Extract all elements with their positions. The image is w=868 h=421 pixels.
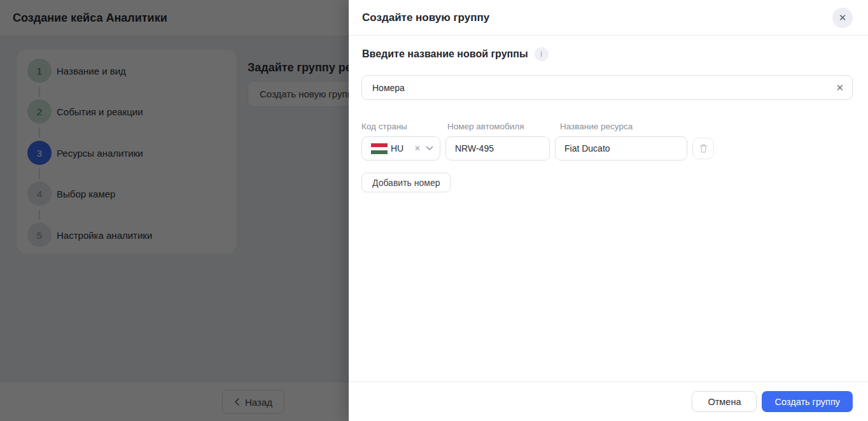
group-name-input[interactable] [361, 75, 853, 100]
create-group-modal: Создайте новую группу ✕ Введите название… [349, 0, 868, 421]
info-icon[interactable]: i [535, 47, 549, 61]
plate-number-input[interactable] [445, 136, 550, 161]
delete-row-button[interactable] [692, 138, 714, 159]
resource-name-input[interactable] [555, 136, 687, 161]
hungary-flag-icon [371, 143, 388, 154]
close-icon[interactable]: ✕ [832, 8, 853, 28]
group-name-label: Введите название новой группы [362, 48, 528, 60]
trash-icon [699, 143, 708, 153]
group-name-input-wrap: ✕ [361, 75, 853, 100]
add-number-button[interactable]: Добавить номер [361, 173, 451, 192]
clear-input-icon[interactable]: ✕ [836, 75, 844, 100]
plate-number-label: Номер автомобиля [447, 122, 524, 131]
chevron-down-icon[interactable] [426, 146, 433, 151]
country-code-label: Код страны [361, 122, 407, 131]
modal-header: Создайте новую группу ✕ [349, 0, 868, 36]
resource-name-label: Название ресурса [560, 122, 633, 131]
modal-footer: Отмена Создать группу [349, 382, 868, 421]
clear-country-icon[interactable]: ✕ [413, 143, 422, 154]
modal-title: Создайте новую группу [362, 0, 489, 36]
cancel-button[interactable]: Отмена [692, 391, 757, 412]
country-code-value: HU [391, 143, 403, 153]
create-group-submit-button[interactable]: Создать группу [762, 391, 853, 412]
country-code-select[interactable]: HU ✕ [361, 136, 440, 161]
group-name-section: Введите название новой группы i [362, 47, 549, 61]
